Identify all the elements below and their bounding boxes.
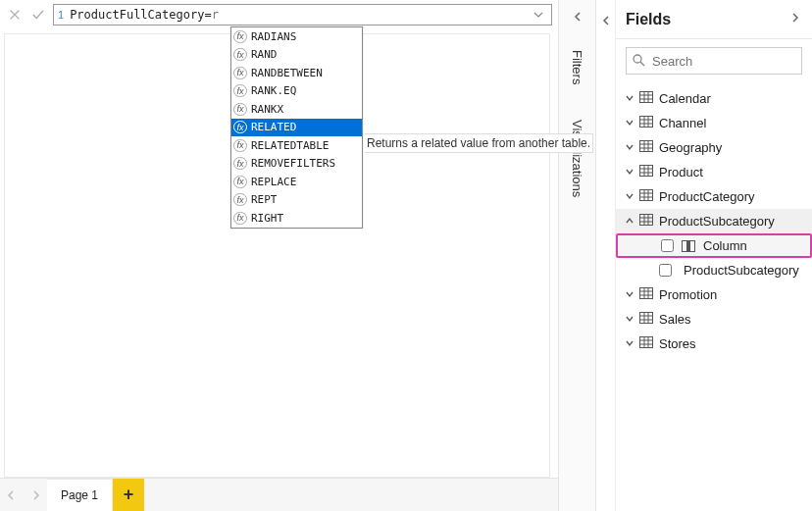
function-icon: fx bbox=[233, 67, 247, 79]
table-row[interactable]: Stores bbox=[616, 332, 812, 356]
function-icon: fx bbox=[233, 212, 247, 225]
formula-code: ProductFullCategory=r bbox=[70, 8, 219, 22]
table-row[interactable]: Product bbox=[616, 160, 812, 184]
filters-panel-collapsed-label[interactable]: Filters bbox=[570, 50, 584, 84]
svg-point-0 bbox=[634, 55, 641, 63]
table-icon bbox=[639, 116, 655, 130]
function-icon: fx bbox=[233, 176, 247, 188]
column-row[interactable]: Column bbox=[616, 233, 812, 258]
chevron-down-icon[interactable] bbox=[624, 287, 635, 302]
table-label: Channel bbox=[659, 116, 706, 130]
add-page-button[interactable]: + bbox=[113, 479, 144, 511]
table-label: Sales bbox=[659, 312, 691, 327]
collapse-fields-icon[interactable] bbox=[596, 0, 616, 511]
function-icon: fx bbox=[233, 121, 247, 133]
suggestion-label: REMOVEFILTERS bbox=[251, 157, 335, 170]
suggestion-label: REPT bbox=[251, 193, 278, 206]
table-icon bbox=[639, 189, 655, 204]
suggestion-item[interactable]: fxRANDBETWEEN bbox=[231, 64, 362, 82]
suggestion-label: RIGHT bbox=[251, 212, 283, 225]
expand-fields-icon[interactable] bbox=[788, 11, 802, 28]
svg-rect-43 bbox=[640, 337, 653, 348]
table-icon bbox=[639, 140, 655, 155]
suggestion-item[interactable]: fxRELATEDTABLE bbox=[231, 136, 362, 155]
suggestion-item[interactable]: fxREPLACE bbox=[231, 173, 362, 191]
table-row[interactable]: Sales bbox=[616, 307, 812, 332]
table-row[interactable]: Calendar bbox=[616, 86, 812, 111]
function-icon: fx bbox=[233, 48, 247, 61]
table-row[interactable]: Channel bbox=[616, 111, 812, 135]
page-next-button[interactable] bbox=[24, 479, 47, 511]
suggestion-item[interactable]: fxRAND bbox=[231, 46, 362, 65]
function-icon: fx bbox=[233, 193, 247, 206]
table-icon bbox=[639, 165, 655, 179]
suggestion-label: REPLACE bbox=[251, 176, 296, 188]
svg-rect-21 bbox=[640, 190, 653, 201]
table-label: Stores bbox=[659, 336, 696, 351]
column-row[interactable]: ProductSubcategory bbox=[616, 258, 812, 282]
suggestion-item[interactable]: fxREMOVEFILTERS bbox=[231, 155, 362, 174]
formula-bar: 1 ProductFullCategory=r bbox=[0, 0, 558, 27]
intellisense-dropdown: fxRADIANSfxRANDfxRANDBETWEENfxRANK.EQfxR… bbox=[230, 26, 363, 229]
column-checkbox[interactable] bbox=[661, 239, 674, 252]
column-checkbox[interactable] bbox=[659, 264, 672, 277]
suggestion-label: RELATEDTABLE bbox=[251, 139, 329, 152]
function-tooltip: Returns a related value from another tab… bbox=[365, 133, 593, 153]
table-icon bbox=[639, 312, 655, 327]
chevron-down-icon[interactable] bbox=[624, 91, 635, 106]
table-label: Calendar bbox=[659, 91, 711, 106]
table-row[interactable]: Promotion bbox=[616, 282, 812, 307]
chevron-down-icon[interactable] bbox=[624, 116, 635, 130]
page-tab[interactable]: Page 1 bbox=[47, 479, 113, 511]
suggestion-label: RANDBETWEEN bbox=[251, 67, 323, 79]
cancel-formula-icon[interactable] bbox=[6, 6, 24, 24]
table-icon bbox=[639, 287, 655, 302]
table-label: Geography bbox=[659, 140, 722, 155]
chevron-down-icon[interactable] bbox=[624, 312, 635, 327]
function-icon: fx bbox=[233, 30, 247, 43]
table-label: Product bbox=[659, 165, 703, 179]
fields-header: Fields bbox=[616, 0, 812, 39]
svg-rect-38 bbox=[640, 313, 653, 324]
suggestion-item[interactable]: fxRELATED bbox=[231, 119, 362, 137]
chevron-down-icon[interactable] bbox=[624, 336, 635, 351]
suggestion-item[interactable]: fxRANKX bbox=[231, 100, 362, 119]
table-label: ProductCategory bbox=[659, 189, 755, 204]
fields-tree: CalendarChannelGeographyProductProductCa… bbox=[616, 82, 812, 360]
svg-rect-11 bbox=[640, 141, 653, 152]
chevron-down-icon[interactable] bbox=[624, 189, 635, 204]
suggestion-item[interactable]: fxRANK.EQ bbox=[231, 82, 362, 101]
table-label: ProductSubcategory bbox=[659, 214, 775, 229]
suggestion-item[interactable]: fxREPT bbox=[231, 191, 362, 210]
svg-rect-33 bbox=[640, 288, 653, 299]
formula-input[interactable]: 1 ProductFullCategory=r bbox=[53, 4, 552, 26]
accept-formula-icon[interactable] bbox=[29, 6, 47, 24]
function-icon: fx bbox=[233, 139, 247, 152]
table-row[interactable]: Geography bbox=[616, 135, 812, 160]
table-icon bbox=[639, 214, 655, 229]
function-icon: fx bbox=[233, 157, 247, 170]
fields-search-input[interactable] bbox=[626, 47, 802, 75]
search-icon bbox=[632, 53, 645, 70]
chevron-down-icon[interactable] bbox=[624, 140, 635, 155]
page-prev-button[interactable] bbox=[0, 479, 24, 511]
table-row[interactable]: ProductCategory bbox=[616, 184, 812, 209]
suggestion-item[interactable]: fxRADIANS bbox=[231, 27, 362, 46]
suggestion-item[interactable]: fxRIGHT bbox=[231, 209, 362, 228]
suggestion-label: RAND bbox=[251, 48, 278, 61]
table-icon bbox=[639, 336, 655, 351]
suggestion-label: RANKX bbox=[251, 103, 283, 116]
suggestion-label: RANK.EQ bbox=[251, 84, 296, 97]
table-icon bbox=[639, 91, 655, 106]
table-row[interactable]: ProductSubcategory bbox=[616, 209, 812, 233]
formula-expand-icon[interactable] bbox=[530, 6, 547, 24]
chevron-up-icon[interactable] bbox=[624, 214, 635, 229]
formula-line-number: 1 bbox=[58, 9, 70, 21]
page-tab-label: Page 1 bbox=[61, 488, 98, 502]
chevron-down-icon[interactable] bbox=[624, 165, 635, 179]
function-icon: fx bbox=[233, 84, 247, 97]
visualizations-panel-collapsed-label[interactable]: Visualizations bbox=[570, 120, 584, 197]
svg-rect-16 bbox=[640, 166, 653, 177]
expand-filters-icon[interactable] bbox=[571, 10, 584, 26]
main-area: 1 ProductFullCategory=r fxRADIANSfxRANDf… bbox=[0, 0, 559, 511]
